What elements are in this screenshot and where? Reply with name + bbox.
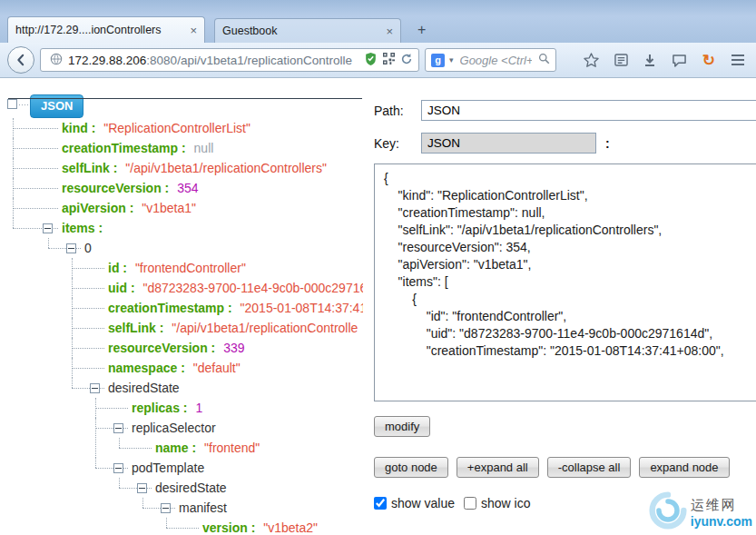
tree-value: "frontendController" [135, 261, 246, 275]
expand-node-button[interactable]: expand node [639, 457, 729, 478]
tree-node-creationTimestamp[interactable]: creationTimestamp : "2015-01-08T14:37:41… [72, 298, 363, 318]
browser-chrome: http://172.29....ionControllers × Guestb… [0, 0, 756, 78]
tree-node-name[interactable]: name : "frontend" [119, 438, 363, 458]
tree-node-kind[interactable]: kind : "ReplicationControllerList" [13, 118, 363, 138]
key-suffix: : [605, 136, 610, 151]
tree-label: replicaSelector [132, 421, 216, 435]
new-tab-button[interactable]: + [412, 23, 431, 37]
qr-code-icon[interactable] [383, 53, 395, 67]
show-value-checkbox[interactable] [374, 497, 387, 510]
tree-value: "2015-01-08T14:37:41+08:00" [241, 301, 363, 315]
tab-title: Guestbook [222, 25, 380, 37]
tab-title: http://172.29....ionControllers [15, 24, 184, 36]
collapse-all-button[interactable]: -collapse all [547, 457, 632, 478]
tree-key: selfLink : [108, 321, 167, 335]
tree-node-podTemplate[interactable]: podTemplatedesiredStatemanifestversion :… [95, 458, 363, 535]
sync-icon[interactable]: ↻ [702, 51, 715, 70]
show-ico-label: show ico [481, 496, 530, 510]
tree-node-selfLink[interactable]: selfLink : "/api/v1beta1/replicationCont… [13, 158, 363, 178]
tree-key: creationTimestamp : [62, 141, 190, 155]
tree-key: items : [62, 221, 103, 235]
shield-icon[interactable] [364, 52, 378, 69]
tree-value: "d8723283-9700-11e4-9c0b-000c2971614d" [142, 281, 363, 295]
site-globe-icon [50, 53, 63, 68]
tree-key: apiVersion : [62, 201, 137, 215]
tree-node-apiVersion[interactable]: apiVersion : "v1beta1" [13, 198, 363, 218]
collapse-icon[interactable] [113, 463, 123, 473]
search-input[interactable] [458, 53, 534, 68]
downloads-icon[interactable] [643, 54, 656, 67]
tree-label: podTemplate [132, 461, 204, 475]
tab-bar: http://172.29....ionControllers × Guestb… [0, 16, 756, 43]
url-bar[interactable]: 172.29.88.206:8080/api/v1beta1/replicati… [40, 48, 419, 72]
url-path: :8080/api/v1beta1/replicationControlle [146, 54, 352, 67]
navigation-toolbar: 172.29.88.206:8080/api/v1beta1/replicati… [0, 43, 756, 78]
collapse-icon[interactable] [7, 99, 17, 109]
tree-node-namespace[interactable]: namespace : "default" [72, 358, 363, 378]
tree-value: "frontend" [204, 441, 260, 455]
reload-icon[interactable] [400, 53, 413, 68]
tab-guestbook[interactable]: Guestbook × [214, 18, 401, 43]
bookmarks-list-icon[interactable] [614, 54, 628, 66]
goto-node-button[interactable]: goto node [374, 457, 448, 478]
toolbar-icons: ↻ [584, 48, 745, 72]
back-button[interactable] [7, 46, 34, 74]
collapse-icon[interactable] [66, 243, 76, 253]
path-input[interactable] [421, 100, 756, 121]
tree-value: "default" [193, 361, 241, 375]
tree-root[interactable]: JSONkind : "ReplicationControllerList"cr… [7, 94, 363, 535]
editor-panel: Path: Key: : modify goto node +expand al… [363, 100, 756, 510]
tree-node-resourceVersion[interactable]: resourceVersion : 339 [72, 338, 363, 358]
show-ico-checkbox[interactable] [464, 497, 476, 510]
tree-key: namespace : [108, 361, 189, 375]
tree-value: "v1beta2" [263, 520, 318, 535]
tree-node-id[interactable]: id : "frontendController" [72, 258, 363, 278]
tree-node-replicas[interactable]: replicas : 1 [95, 398, 363, 418]
tab-replication-controllers[interactable]: http://172.29....ionControllers × [7, 16, 205, 43]
menu-icon[interactable] [731, 54, 745, 66]
tree-node-desiredState[interactable]: desiredStatereplicas : 1replicaSelectorn… [72, 378, 363, 535]
tree-node-selfLink[interactable]: selfLink : "/api/v1beta1/replicationCont… [72, 318, 363, 338]
bookmark-star-icon[interactable] [584, 53, 599, 67]
tree-key: creationTimestamp : [108, 301, 236, 315]
collapse-icon[interactable] [113, 423, 123, 433]
tree-key: uid : [108, 281, 138, 295]
expand-all-button[interactable]: +expand all [457, 457, 539, 478]
tree-key: name : [155, 441, 200, 455]
tab-close-icon[interactable]: × [386, 25, 393, 37]
path-label: Path: [374, 104, 421, 118]
tree-label: manifest [179, 500, 227, 515]
key-input[interactable] [421, 133, 596, 154]
collapse-icon[interactable] [161, 503, 171, 513]
tree-node-replicaSelector[interactable]: replicaSelectorname : "frontend" [95, 418, 363, 458]
json-tree-panel: JSONkind : "ReplicationControllerList"cr… [0, 78, 363, 535]
show-value-label: show value [391, 496, 455, 510]
tree-key: replicas : [132, 401, 191, 415]
logo-en-text: iyunv.com [691, 514, 752, 529]
url-text[interactable]: 172.29.88.206:8080/api/v1beta1/replicati… [68, 54, 358, 67]
collapse-icon[interactable] [90, 383, 100, 393]
tree-node-version[interactable]: version : "v1beta2" [166, 518, 363, 535]
tree-value: 1 [195, 401, 202, 415]
tree-node-desiredState[interactable]: desiredStatemanifestversion : "v1beta2" [119, 478, 363, 535]
chat-bubble-icon[interactable] [672, 54, 687, 67]
tab-close-icon[interactable]: × [190, 25, 197, 36]
search-engine-dropdown-icon[interactable]: ▾ [449, 55, 454, 64]
tree-node-creationTimestamp[interactable]: creationTimestamp : null [13, 138, 363, 158]
json-tree: JSONkind : "ReplicationControllerList"cr… [7, 94, 363, 535]
tree-node-uid[interactable]: uid : "d8723283-9700-11e4-9c0b-000c29716… [72, 278, 363, 298]
tree-key: selfLink : [62, 161, 121, 175]
tree-node-items[interactable]: items : 0id : "frontendController"uid : … [13, 218, 363, 535]
tree-label: desiredState [155, 481, 227, 495]
google-icon[interactable]: g [431, 54, 445, 67]
tree-node-0[interactable]: 0id : "frontendController"uid : "d872328… [48, 238, 363, 535]
json-editor-textarea[interactable] [374, 163, 756, 401]
modify-button[interactable]: modify [374, 416, 430, 437]
collapse-icon[interactable] [43, 223, 53, 233]
collapse-icon[interactable] [137, 483, 147, 493]
tree-node-resourceVersion[interactable]: resourceVersion : 354 [13, 178, 363, 198]
magnifier-icon[interactable] [538, 52, 550, 68]
tree-node-manifest[interactable]: manifestversion : "v1beta2" [142, 498, 363, 535]
page-content: JSONkind : "ReplicationControllerList"cr… [0, 78, 756, 535]
search-bar[interactable]: g ▾ [425, 48, 556, 72]
